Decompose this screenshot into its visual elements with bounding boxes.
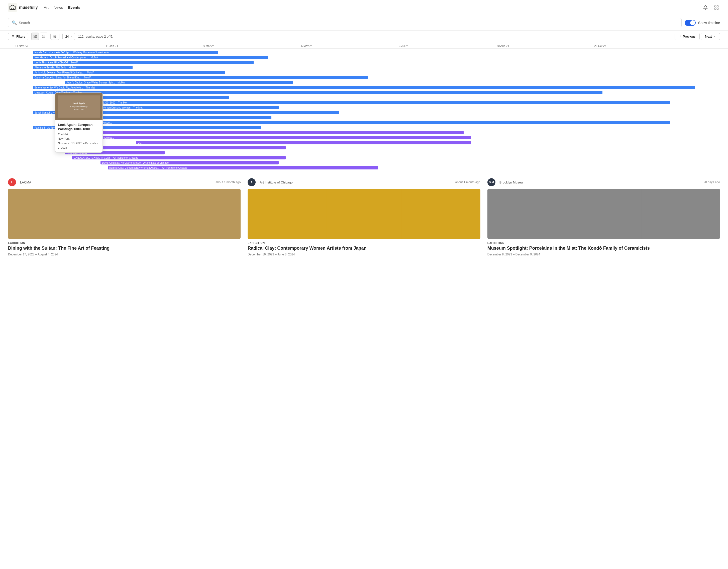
timeline-bar[interactable]: David Goldblatt: No Ulterior Motive – Ar… — [100, 161, 278, 164]
timeline-row: Before Yesterday We Could Fly: An Afrofu… — [8, 85, 720, 90]
exhibition-tooltip: Look Again European Paintings 1300–1800 … — [55, 92, 103, 153]
timeline-row: Picasso: Drawing from ... — [8, 145, 720, 150]
svg-rect-19 — [566, 189, 641, 239]
svg-rect-10 — [42, 35, 45, 36]
museum-name: Art Institute of Chicago — [260, 180, 293, 184]
timeline-bar[interactable]: Vincent Valdez and Ry... — [65, 131, 464, 134]
count-value: 24 — [65, 35, 69, 38]
card-image[interactable] — [8, 189, 241, 239]
timeline-toggle-group: Show timeline — [685, 20, 720, 26]
timeline-bar[interactable]: New Ground: Jacob Samuel and Contemporar… — [33, 56, 268, 59]
timeline-bar[interactable]: Before Yesterday We Could Fly: An Afrofu… — [33, 86, 695, 89]
timeline-row: Neapolitan Crèche — [8, 150, 720, 155]
main-nav: Art News Events — [44, 5, 80, 10]
search-wrap[interactable]: 🔍 — [8, 18, 682, 27]
list-icon — [42, 35, 45, 38]
timeline-row: Museu... — [8, 120, 720, 125]
svg-text:Look Again: Look Again — [73, 102, 85, 105]
nav-news[interactable]: News — [54, 5, 63, 10]
timeline-row: Women Dressing Women – The Met — [8, 105, 720, 110]
next-button[interactable]: Next — [701, 33, 720, 40]
chevron-right-icon — [713, 35, 716, 38]
count-select[interactable]: 24 — [62, 33, 75, 40]
timeline-row: Suneil Sanzgiri: Here the Earth G... — [8, 110, 720, 115]
timeline-bar[interactable]: Carolina Caycedo: Spiral for Shared Dre.… — [33, 76, 367, 79]
notification-icon[interactable] — [702, 4, 709, 11]
card-type: EXHIBITION — [248, 241, 480, 244]
sort-button[interactable] — [50, 33, 59, 40]
timeline-row: Natalie Ball: bilwi naats Ga'niipci – Wh… — [8, 50, 720, 55]
museum-badge[interactable]: A — [248, 178, 256, 186]
previous-label: Previous — [683, 35, 696, 38]
card-type: EXHIBITION — [487, 241, 720, 244]
timeline-row: Copy Machine Man... — [8, 115, 720, 120]
svg-rect-8 — [34, 37, 35, 38]
tooltip-museum: The Met — [58, 132, 100, 137]
svg-rect-11 — [42, 37, 45, 38]
timeline-date-5: 30 Aug 24 — [497, 44, 594, 47]
timeline-header: 14 Nov 23 11 Jan 24 9 Mar 24 6 May 24 3 … — [0, 42, 728, 49]
timeline-bar[interactable]: D... — [136, 141, 471, 144]
card-dates: December 17, 2023 – August 4, 2024 — [8, 253, 241, 256]
tooltip-image: Look Again European Paintings 1300–1800 — [55, 93, 102, 120]
svg-rect-9 — [36, 37, 37, 38]
logo-text: musefully — [19, 5, 38, 10]
museum-badge[interactable]: L — [8, 178, 16, 186]
timeline-row: Painting in the River of Angels: J... — [8, 125, 720, 130]
search-input[interactable] — [19, 21, 678, 25]
museum-badge[interactable]: B·M — [487, 178, 495, 186]
timeline-bar[interactable]: Leslie Thornton's HANDMADE – MoMA — [33, 61, 254, 64]
timeline-row: An-My Lê: Between Two Rivers/Giữa hai gi… — [8, 70, 720, 75]
svg-rect-7 — [36, 35, 37, 36]
results-info: 112 results, page 2 of 5. — [78, 35, 113, 38]
card-image[interactable] — [248, 189, 480, 239]
toggle-knob — [690, 20, 695, 25]
timeline-bar[interactable]: Women Dressing Women – The Met — [100, 106, 278, 109]
exhibition-card: AArt Institute of Chicagoabout 1 month a… — [248, 178, 480, 256]
grid-view-button[interactable] — [31, 33, 39, 40]
timeline-bar[interactable]: Lineages: Korean Art at The Met – The Me… — [33, 91, 602, 94]
card-time: 28 days ago — [704, 180, 720, 184]
museum-name: LACMA — [20, 180, 31, 184]
timeline-row: Alexandre Estrela: Flat Bells – MoMA — [8, 65, 720, 70]
timeline-date-1: 11 Jan 24 — [106, 44, 203, 47]
timeline-toggle-label: Show timeline — [698, 21, 720, 25]
card-image[interactable] — [487, 189, 720, 239]
chevron-left-icon — [679, 35, 682, 38]
timeline-bar[interactable]: Alexandre Estrela: Flat Bells – MoMA — [33, 66, 133, 69]
list-view-button[interactable] — [40, 33, 47, 40]
card-dates: December 16, 2023 – June 3, 2024 — [248, 253, 480, 256]
card-museum-row: LLACMAabout 1 month ago — [8, 178, 241, 186]
next-label: Next — [705, 35, 712, 38]
exhibition-card: B·MBrooklyn Museum28 days agoEXHIBITIONM… — [487, 178, 720, 256]
card-title[interactable]: Museum Spotlight: Porcelains in the Mist… — [487, 245, 720, 251]
timeline-bar[interactable]: Radical Clay: Contemporary Women Artists… — [108, 166, 378, 169]
settings-icon[interactable] — [713, 4, 720, 11]
card-dates: December 8, 2023 – December 9, 2024 — [487, 253, 720, 256]
chevron-down-icon — [70, 35, 72, 38]
timeline-row: Lineages: Korean Art at The Met – The Me… — [8, 90, 720, 95]
timeline-row: New Ground: Jacob Samuel and Contemporar… — [8, 55, 720, 60]
logo-icon — [8, 3, 17, 12]
timeline-date-6: 26 Oct 24 — [594, 44, 713, 47]
timeline-toggle-switch[interactable] — [685, 20, 696, 26]
nav-art[interactable]: Art — [44, 5, 49, 10]
timeline-row: Imagined... — [8, 135, 720, 140]
nav-events[interactable]: Events — [68, 5, 80, 10]
timeline-bar[interactable]: Imagined... — [100, 136, 471, 139]
cards-grid: LLACMAabout 1 month agoEXHIBITIONDining … — [8, 178, 720, 256]
card-title[interactable]: Dining with the Sultan: The Fine Art of … — [8, 245, 241, 251]
timeline-bar[interactable]: Artist's Choice: Grace Wales Bonner–Spir… — [65, 81, 293, 84]
card-title[interactable]: Radical Clay: Contemporary Women Artists… — [248, 245, 480, 251]
timeline-row: Carolina Caycedo: Spiral for Shared Dre.… — [8, 75, 720, 80]
timeline-bar[interactable]: An-My Lê: Between Two Rivers/Giữa hai gi… — [33, 71, 225, 74]
card-museum-row: B·MBrooklyn Museum28 days ago — [487, 178, 720, 186]
timeline-bar[interactable]: Look Again: European Paintings 1300–1800… — [65, 101, 670, 104]
previous-button[interactable]: Previous — [675, 33, 700, 40]
timeline-bar[interactable]: CANOVA: SKETCHING IN CLAY – Art Institut… — [72, 156, 286, 159]
timeline-row: CANOVA: SKETCHING IN CLAY – Art Institut… — [8, 155, 720, 160]
timeline-bar[interactable]: Museu... — [100, 121, 670, 124]
filter-button[interactable]: Filters — [8, 33, 28, 40]
timeline-bar[interactable]: Natalie Ball: bilwi naats Ga'niipci – Wh… — [33, 51, 218, 54]
logo[interactable]: musefully — [8, 3, 38, 12]
